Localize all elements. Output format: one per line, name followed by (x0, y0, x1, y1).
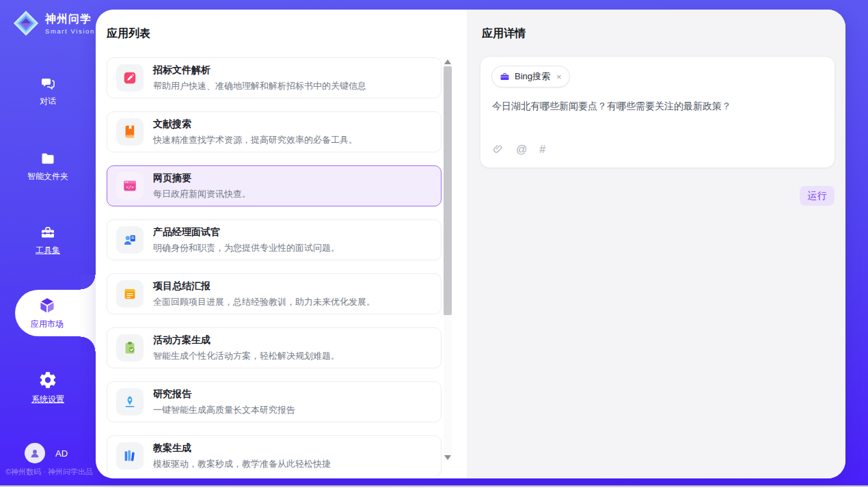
briefcase-icon (500, 72, 510, 82)
app-background: 神州问学 Smart Vision 对话 智能文件夹 (0, 0, 868, 485)
diamond-logo-icon (12, 10, 40, 37)
main-panel: 应用列表 应用详情 招标文件解析 帮助用户快速、准确地理解和解析招标书中的关键信… (96, 10, 845, 478)
pen-report-icon (122, 394, 137, 409)
app-card-literature-search[interactable]: 文献搜索 快速精准查找学术资源，提高研究效率的必备工具。 (107, 111, 442, 152)
sidebar-item-chat[interactable]: 对话 (0, 75, 96, 107)
cube-icon (37, 296, 57, 315)
app-description: 明确身份和职责，为您提供专业性的面试问题。 (153, 242, 340, 254)
app-list-scrollbar[interactable] (444, 57, 452, 462)
sidebar-item-label: 系统设置 (31, 394, 64, 405)
app-list: 招标文件解析 帮助用户快速、准确地理解和解析招标书中的关键信息 文献搜索 快速精… (107, 57, 443, 476)
sidebar-item-app-market[interactable]: 应用市场 (15, 290, 96, 336)
close-icon[interactable]: × (556, 72, 562, 82)
app-icon-tile (116, 334, 144, 362)
app-name: 教案生成 (153, 442, 331, 455)
sidebar-item-label: 智能文件夹 (27, 171, 68, 182)
brand-subtitle: Smart Vision (45, 27, 95, 35)
sidebar-item-smart-folder[interactable]: 智能文件夹 (0, 150, 96, 182)
books-icon (122, 448, 137, 463)
gear-icon (38, 370, 57, 390)
app-description: 帮助用户快速、准确地理解和解析招标书中的关键信息 (153, 80, 366, 92)
app-name: 网页摘要 (153, 172, 251, 185)
app-description: 模板驱动，教案秒成，教学准备从此轻松快捷 (153, 458, 331, 470)
app-card-pm-interviewer[interactable]: 产品经理面试官 明确身份和职责，为您提供专业性的面试问题。 (107, 219, 442, 260)
app-icon-tile (116, 280, 144, 308)
hash-icon[interactable]: # (539, 144, 545, 155)
paperclip-icon[interactable] (492, 144, 504, 155)
browser-code-icon: </> (122, 178, 137, 193)
avatar (25, 443, 45, 463)
composer-toolbar: @ # (492, 144, 545, 155)
user-initials: AD (55, 448, 68, 459)
brand: 神州问学 Smart Vision (12, 10, 95, 37)
app-name: 活动方案生成 (153, 334, 340, 347)
app-detail-title: 应用详情 (482, 27, 526, 41)
app-card-research-report[interactable]: 研究报告 一键智能生成高质量长文本研究报告 (107, 381, 442, 422)
app-card-web-summary[interactable]: </> 网页摘要 每日政府新闻资讯快查。 (107, 165, 442, 206)
app-card-bid-parse[interactable]: 招标文件解析 帮助用户快速、准确地理解和解析招标书中的关键信息 (107, 57, 442, 98)
app-name: 招标文件解析 (153, 64, 366, 77)
sidebar: 神州问学 Smart Vision 对话 智能文件夹 (0, 0, 96, 485)
app-icon-tile (116, 442, 144, 470)
tool-tag-bing-search[interactable]: Bing搜索 × (491, 66, 570, 87)
app-description: 智能生成个性化活动方案，轻松解决规划难题。 (153, 350, 340, 362)
scroll-up-arrow-icon[interactable] (444, 59, 451, 64)
scrollbar-thumb[interactable] (444, 66, 452, 315)
app-description: 每日政府新闻资讯快查。 (153, 188, 251, 200)
sidebar-item-label: 对话 (40, 96, 56, 107)
app-description: 一键智能生成高质量长文本研究报告 (153, 404, 295, 416)
app-icon-tile: </> (116, 172, 144, 200)
svg-text:</>: </> (126, 185, 134, 190)
app-name: 研究报告 (153, 388, 295, 401)
app-name: 产品经理面试官 (153, 226, 340, 239)
folder-icon (38, 150, 57, 167)
book-icon (122, 124, 137, 139)
sidebar-item-label: 应用市场 (31, 318, 64, 330)
app-icon-tile (116, 388, 144, 416)
clipboard-check-icon (122, 340, 137, 355)
mention-icon[interactable]: @ (516, 144, 527, 155)
calendar-note-icon (122, 286, 137, 301)
sidebar-item-toolset[interactable]: 工具集 (0, 224, 96, 256)
user-avatar-icon (28, 446, 42, 460)
edit-square-icon (122, 70, 137, 85)
app-card-event-plan[interactable]: 活动方案生成 智能生成个性化活动方案，轻松解决规划难题。 (107, 327, 442, 368)
app-icon-tile (116, 226, 144, 254)
app-icon-tile (116, 118, 144, 146)
app-name: 文献搜索 (153, 118, 357, 131)
copyright-text: ©神州数码 · 神州问学出品 (5, 467, 93, 477)
app-icon-tile (116, 64, 144, 92)
toolbox-icon (38, 224, 57, 241)
app-list-title: 应用列表 (107, 27, 150, 41)
app-card-lesson-plan[interactable]: 教案生成 模板驱动，教案秒成，教学准备从此轻松快捷 (107, 435, 442, 476)
query-text[interactable]: 今日湖北有哪些新闻要点？有哪些需要关注的最新政策？ (492, 99, 824, 113)
app-description: 全面回顾项目进展，总结经验教训，助力未来优化发展。 (153, 296, 375, 308)
window-edge-line (0, 485, 868, 487)
interviewer-icon (122, 232, 137, 247)
tool-tag-label: Bing搜索 (515, 70, 550, 83)
scroll-down-arrow-icon[interactable] (444, 455, 451, 460)
app-description: 快速精准查找学术资源，提高研究效率的必备工具。 (153, 134, 357, 146)
sidebar-item-settings[interactable]: 系统设置 (0, 370, 96, 405)
user-account[interactable]: AD (25, 443, 68, 463)
sidebar-item-label: 工具集 (36, 245, 60, 256)
app-name: 项目总结汇报 (153, 280, 375, 293)
chat-icon (38, 75, 57, 92)
brand-name: 神州问学 (45, 12, 95, 27)
run-button[interactable]: 运行 (800, 186, 835, 206)
query-card: Bing搜索 × 今日湖北有哪些新闻要点？有哪些需要关注的最新政策？ @ # (480, 56, 835, 168)
app-card-project-summary[interactable]: 项目总结汇报 全面回顾项目进展，总结经验教训，助力未来优化发展。 (107, 273, 442, 314)
